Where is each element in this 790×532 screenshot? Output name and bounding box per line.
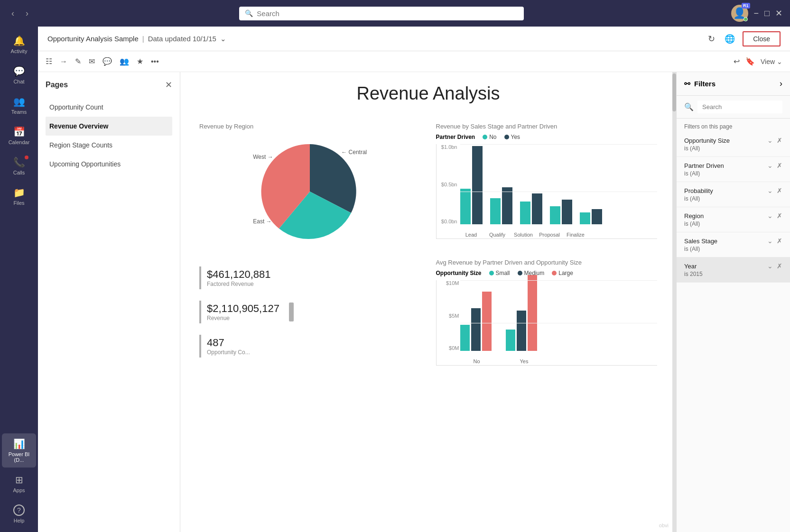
filter-year-chevron[interactable]: ⌄ xyxy=(767,262,773,270)
charts-grid: Revenue by Region West → xyxy=(192,115,665,373)
table-icon[interactable]: ☷ xyxy=(46,57,52,66)
avg-y-axis: $10M $5M $0M xyxy=(437,280,459,351)
maximize-button[interactable]: □ xyxy=(764,9,770,18)
filter-item-probability[interactable]: Probability ⌄ ✗ is (All) xyxy=(677,182,790,207)
vertical-scrollbar[interactable] xyxy=(672,72,676,532)
sidebar-item-label: Chat xyxy=(13,79,24,84)
filter-opp-size-chevron[interactable]: ⌄ xyxy=(767,137,773,144)
kpi-opportunity-count: 487 Opportunity Co... xyxy=(199,335,421,358)
page-item-opportunity-count[interactable]: Opportunity Count xyxy=(46,98,172,117)
bar-group-finalize xyxy=(580,209,602,224)
avatar: 👤 R1 xyxy=(731,5,748,22)
sidebar-item-files[interactable]: 📁 Files xyxy=(2,182,36,211)
view-button[interactable]: View ⌄ xyxy=(761,58,782,65)
app-layout: 🔔 Activity 💬 Chat 👥 Teams 📅 Calendar 📞 C… xyxy=(0,27,790,532)
sidebar-item-apps[interactable]: ⊞ Apps xyxy=(2,469,36,498)
filter-probability-header: Probability ⌄ ✗ xyxy=(684,187,782,194)
more-icon[interactable]: ••• xyxy=(151,57,159,66)
filter-partner-chevron[interactable]: ⌄ xyxy=(767,162,773,169)
calls-icon: 📞 xyxy=(13,156,25,168)
filter-region-chevron[interactable]: ⌄ xyxy=(767,212,773,220)
bar-group-lead xyxy=(460,146,483,224)
filter-opp-size-clear[interactable]: ✗ xyxy=(777,137,782,144)
filter-item-opp-size[interactable]: Opportunity Size ⌄ ✗ is (All) xyxy=(677,132,790,157)
toolbar-left: ☷ → ✎ ✉ 💬 👥 ★ ••• xyxy=(46,57,159,66)
comment-icon[interactable]: 💬 xyxy=(102,57,112,66)
pages-close-button[interactable]: ✕ xyxy=(165,80,172,90)
sidebar-item-powerbi[interactable]: 📊 Power BI (D... xyxy=(2,433,36,468)
favorite-icon[interactable]: ★ xyxy=(137,57,143,66)
filter-item-sales-stage[interactable]: Sales Stage ⌄ ✗ is (All) xyxy=(677,232,790,257)
minimize-button[interactable]: − xyxy=(754,9,759,18)
filter-item-partner-driven[interactable]: Partner Driven ⌄ ✗ is (All) xyxy=(677,157,790,182)
nav-forward-button[interactable]: › xyxy=(22,7,32,20)
avg-x-label-yes: Yes xyxy=(508,358,541,364)
filters-expand-button[interactable]: › xyxy=(780,79,782,89)
close-report-button[interactable]: Close xyxy=(743,31,781,46)
filter-search-icon: 🔍 xyxy=(684,102,694,111)
refresh-button[interactable]: ↻ xyxy=(706,32,717,46)
pie-chart-section: Revenue by Region West → xyxy=(192,115,428,251)
filter-item-year[interactable]: Year ⌄ ✗ is 2015 xyxy=(677,257,790,283)
left-sidebar: 🔔 Activity 💬 Chat 👥 Teams 📅 Calendar 📞 C… xyxy=(0,27,38,532)
filter-probability-chevron[interactable]: ⌄ xyxy=(767,187,773,194)
filter-sales-stage-value: is (All) xyxy=(684,246,782,252)
sidebar-item-help[interactable]: ? Help xyxy=(2,500,36,528)
filter-sales-stage-chevron[interactable]: ⌄ xyxy=(767,237,773,245)
bookmark-icon[interactable]: 🔖 xyxy=(745,57,755,66)
filters-header: ⚯ Filters › xyxy=(677,72,790,96)
bar-solution-yes xyxy=(532,193,542,224)
toolbar: ☷ → ✎ ✉ 💬 👥 ★ ••• ↩ 🔖 View ⌄ xyxy=(38,51,790,72)
bar-y-axis: $1.0bn $0.5bn $0.0bn xyxy=(437,144,459,224)
scroll-thumb[interactable] xyxy=(672,73,676,111)
x-label-finalize: Finalize xyxy=(565,232,587,238)
avg-y-top: $10M xyxy=(437,280,459,286)
filter-region-value: is (All) xyxy=(684,220,782,227)
filter-search-box[interactable]: 🔍 xyxy=(677,96,790,119)
page-item-upcoming[interactable]: Upcoming Opportunities xyxy=(46,155,172,174)
filter-partner-actions: ⌄ ✗ xyxy=(767,162,782,169)
x-label-solution: Solution xyxy=(512,232,535,238)
filter-partner-clear[interactable]: ✗ xyxy=(777,162,782,169)
teams-share-icon[interactable]: 👥 xyxy=(120,57,129,66)
avg-bar-no-large xyxy=(482,292,492,351)
filter-year-clear[interactable]: ✗ xyxy=(777,262,782,270)
pie-chart[interactable]: West → East → ← Central xyxy=(258,139,362,244)
filter-probability-clear[interactable]: ✗ xyxy=(777,187,782,194)
bar-proposal-yes xyxy=(562,200,572,224)
global-search-box[interactable]: 🔍 xyxy=(239,7,524,20)
legend-label-large: Large xyxy=(558,270,573,276)
filter-sales-stage-clear[interactable]: ✗ xyxy=(777,237,782,245)
sidebar-item-activity[interactable]: 🔔 Activity xyxy=(2,30,36,59)
nav-back-button[interactable]: ‹ xyxy=(8,7,18,20)
filter-year-header: Year ⌄ ✗ xyxy=(684,262,782,270)
edit-icon[interactable]: ✎ xyxy=(75,57,81,66)
close-window-button[interactable]: ✕ xyxy=(775,8,782,18)
global-search-input[interactable] xyxy=(257,9,518,18)
globe-button[interactable]: 🌐 xyxy=(723,32,737,46)
bar-finalize-no xyxy=(580,212,590,224)
title-chevron[interactable]: ⌄ xyxy=(220,35,226,43)
filter-item-region[interactable]: Region ⌄ ✗ is (All) xyxy=(677,207,790,232)
filter-region-clear[interactable]: ✗ xyxy=(777,212,782,220)
bar-chart-top[interactable]: $1.0bn $0.5bn $0.0bn xyxy=(436,144,658,239)
bar-solution-no xyxy=(520,202,530,224)
filter-partner-driven-header: Partner Driven ⌄ ✗ xyxy=(684,162,782,169)
sidebar-item-calls[interactable]: 📞 Calls xyxy=(2,152,36,180)
legend-large: Large xyxy=(552,270,573,276)
kpi-bar-3 xyxy=(199,335,201,358)
sidebar-item-teams[interactable]: 👥 Teams xyxy=(2,91,36,119)
undo-icon[interactable]: ↩ xyxy=(734,57,740,66)
window-actions: 👤 R1 − □ ✕ xyxy=(731,5,782,22)
email-icon[interactable]: ✉ xyxy=(89,57,95,66)
y-label-mid: $0.5bn xyxy=(437,182,457,187)
page-item-region-stage[interactable]: Region Stage Counts xyxy=(46,136,172,155)
sidebar-item-chat[interactable]: 💬 Chat xyxy=(2,61,36,89)
avg-bar-chart[interactable]: $10M $5M $0M xyxy=(436,280,658,366)
bar-chart-top-section: Revenue by Sales Stage and Partner Drive… xyxy=(428,115,665,251)
forward-icon[interactable]: → xyxy=(60,57,67,66)
sidebar-item-calendar[interactable]: 📅 Calendar xyxy=(2,121,36,150)
title-bar: ‹ › 🔍 👤 R1 − □ ✕ xyxy=(0,0,790,27)
filter-search-input[interactable] xyxy=(697,101,782,113)
page-item-revenue-overview[interactable]: Revenue Overview xyxy=(46,117,172,136)
